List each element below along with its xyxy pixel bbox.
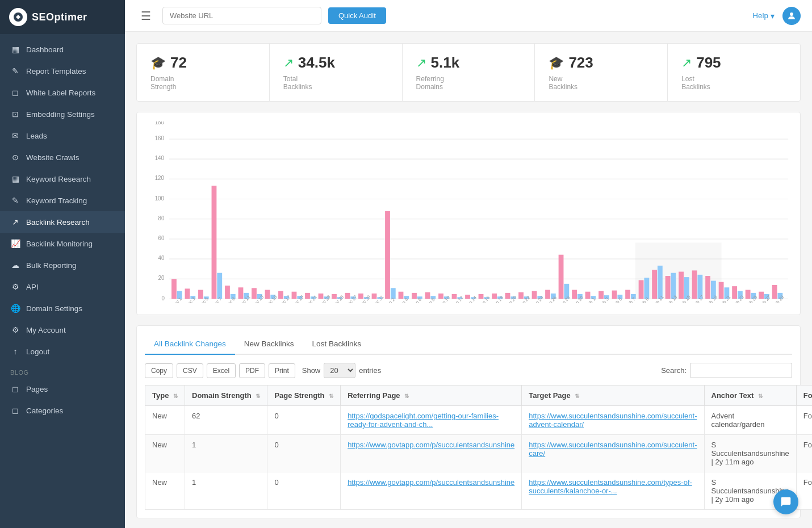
search-input[interactable] — [690, 363, 792, 378]
backlink-monitoring-icon: 📈 — [10, 239, 20, 248]
quick-audit-button[interactable]: Quick Audit — [328, 7, 386, 24]
svg-point-1 — [790, 12, 793, 16]
svg-rect-55 — [399, 292, 404, 299]
svg-rect-53 — [385, 211, 390, 299]
cell-target-page: https://www.succulentsandsunshine.com/ty… — [522, 472, 704, 510]
entries-select[interactable]: 20 50 100 — [324, 363, 355, 378]
svg-rect-110 — [759, 292, 764, 299]
menu-button[interactable]: ☰ — [136, 7, 156, 25]
print-button[interactable]: Print — [269, 363, 295, 378]
sidebar-item-website-crawls[interactable]: ⊙ Website Crawls — [0, 146, 125, 168]
svg-text:120: 120 — [155, 175, 165, 181]
referring-page-link[interactable]: https://www.govtapp.com/p/succulentsands… — [348, 478, 514, 487]
sort-type: ⇅ — [173, 393, 178, 399]
svg-rect-63 — [452, 294, 457, 299]
data-table: Type ⇅ Domain Strength ⇅ Page Strength ⇅ — [145, 385, 812, 510]
sidebar-item-label: Backlink Research — [26, 218, 90, 227]
tab-lost-backlinks[interactable]: Lost Backlinks — [303, 334, 370, 355]
target-page-link[interactable]: https://www.succulentsandsunshine.com/su… — [529, 441, 697, 458]
svg-rect-100 — [692, 270, 697, 299]
cell-type: New — [145, 435, 185, 472]
sidebar-logo[interactable]: SEOptimer — [0, 0, 125, 34]
help-button[interactable]: Help ▾ — [752, 11, 775, 20]
col-page-strength[interactable]: Page Strength ⇅ — [267, 385, 341, 406]
cell-page-strength: 0 — [267, 435, 341, 472]
keyword-research-icon: ▦ — [10, 174, 20, 183]
cell-type: New — [145, 406, 185, 435]
sidebar-item-logout[interactable]: ↑ Logout — [0, 341, 125, 362]
total-backlinks-label: Total Backlinks — [283, 75, 388, 91]
svg-rect-96 — [665, 276, 671, 299]
sidebar-item-keyword-tracking[interactable]: ✎ Keyword Tracking — [0, 190, 125, 211]
svg-rect-71 — [505, 293, 510, 299]
table-body: New 62 0 https://godspacelight.com/getti… — [145, 406, 813, 510]
sidebar-item-label: Keyword Research — [26, 175, 91, 183]
sidebar-item-pages[interactable]: ◻ Pages — [0, 378, 125, 400]
cell-type: New — [145, 472, 185, 510]
sort-referring-page: ⇅ — [404, 393, 409, 399]
pdf-button[interactable]: PDF — [239, 363, 265, 378]
new-backlinks-icon: 🎓 — [549, 56, 564, 70]
csv-button[interactable]: CSV — [177, 363, 203, 378]
col-type[interactable]: Type ⇅ — [145, 385, 185, 406]
chat-bubble[interactable] — [773, 489, 798, 514]
leads-icon: ✉ — [10, 131, 20, 140]
user-avatar[interactable] — [782, 7, 801, 25]
cell-target-page: https://www.succulentsandsunshine.com/su… — [522, 435, 704, 472]
sidebar-item-bulk-reporting[interactable]: ☁ Bulk Reporting — [0, 254, 125, 276]
svg-rect-75 — [532, 291, 537, 299]
sidebar-item-my-account[interactable]: ⚙ My Account — [0, 319, 125, 341]
search-label: Search: — [661, 366, 687, 375]
my-account-icon: ⚙ — [10, 325, 20, 334]
svg-rect-94 — [652, 270, 657, 299]
sidebar-item-leads[interactable]: ✉ Leads — [0, 125, 125, 146]
api-icon: ⚙ — [10, 282, 20, 291]
sidebar-item-keyword-research[interactable]: ▦ Keyword Research — [0, 168, 125, 190]
col-follow-nofollow[interactable]: Follow / Nofollow ⇅ — [796, 385, 812, 406]
excel-button[interactable]: Excel — [207, 363, 236, 378]
lost-backlinks-value: 795 — [696, 54, 721, 72]
sidebar-item-report-templates[interactable]: ✎ Report Templates — [0, 60, 125, 82]
table-row: New 62 0 https://godspacelight.com/getti… — [145, 406, 813, 435]
sidebar-item-dashboard[interactable]: ▦ Dashboard — [0, 39, 125, 60]
sidebar-item-label: Keyword Tracking — [26, 196, 87, 205]
white-label-icon: ◻ — [10, 88, 20, 97]
col-referring-page[interactable]: Referring Page ⇅ — [341, 385, 522, 406]
sidebar-item-label: Bulk Reporting — [26, 261, 77, 270]
target-page-link[interactable]: https://www.succulentsandsunshine.com/ty… — [529, 478, 692, 495]
table-controls: Copy CSV Excel PDF Print Show 20 50 100 … — [145, 363, 792, 378]
sidebar-item-api[interactable]: ⚙ API — [0, 276, 125, 297]
chart-svg: 0 20 40 60 80 100 120 140 160 180 — [146, 121, 791, 303]
content-area: 🎓 72 Domain Strength ↗ 34.5k Total Backl… — [125, 32, 812, 528]
domain-strength-icon: 🎓 — [150, 56, 166, 70]
tab-all-backlink-changes[interactable]: All Backlink Changes — [145, 334, 235, 355]
svg-rect-45 — [332, 294, 337, 299]
cell-referring-page: https://www.govtapp.com/p/succulentsands… — [341, 435, 522, 472]
svg-rect-77 — [545, 290, 550, 299]
sidebar-item-categories[interactable]: ◻ Categories — [0, 400, 125, 421]
referring-page-link[interactable]: https://www.govtapp.com/p/succulentsands… — [348, 441, 514, 449]
target-page-link[interactable]: https://www.succulentsandsunshine.com/su… — [529, 412, 697, 429]
sidebar-item-white-label-reports[interactable]: ◻ White Label Reports — [0, 82, 125, 103]
sidebar-item-backlink-research[interactable]: ↗ Backlink Research — [0, 211, 125, 233]
url-input[interactable] — [162, 7, 321, 24]
referring-page-link[interactable]: https://godspacelight.com/getting-our-fa… — [348, 412, 499, 429]
col-domain-strength[interactable]: Domain Strength ⇅ — [185, 385, 267, 406]
tab-new-backlinks[interactable]: New Backlinks — [235, 334, 303, 355]
stat-new-backlinks: 🎓 723 New Backlinks — [535, 44, 668, 101]
new-backlinks-label: New Backlinks — [549, 75, 654, 91]
copy-button[interactable]: Copy — [145, 363, 173, 378]
sidebar-item-domain-settings[interactable]: 🌐 Domain Settings — [0, 297, 125, 319]
domain-settings-icon: 🌐 — [10, 304, 20, 313]
backlink-research-icon: ↗ — [10, 217, 20, 227]
svg-rect-41 — [305, 293, 310, 299]
svg-rect-81 — [572, 290, 577, 299]
sidebar-item-embedding-settings[interactable]: ⊡ Embedding Settings — [0, 103, 125, 125]
svg-rect-28 — [217, 273, 222, 299]
sidebar-item-backlink-monitoring[interactable]: 📈 Backlink Monitoring — [0, 233, 125, 254]
svg-text:180: 180 — [155, 121, 165, 125]
cell-domain-strength: 1 — [185, 472, 267, 510]
sidebar-item-label: Categories — [26, 407, 63, 415]
col-target-page[interactable]: Target Page ⇅ — [522, 385, 704, 406]
col-anchor-text[interactable]: Anchor Text ⇅ — [704, 385, 796, 406]
